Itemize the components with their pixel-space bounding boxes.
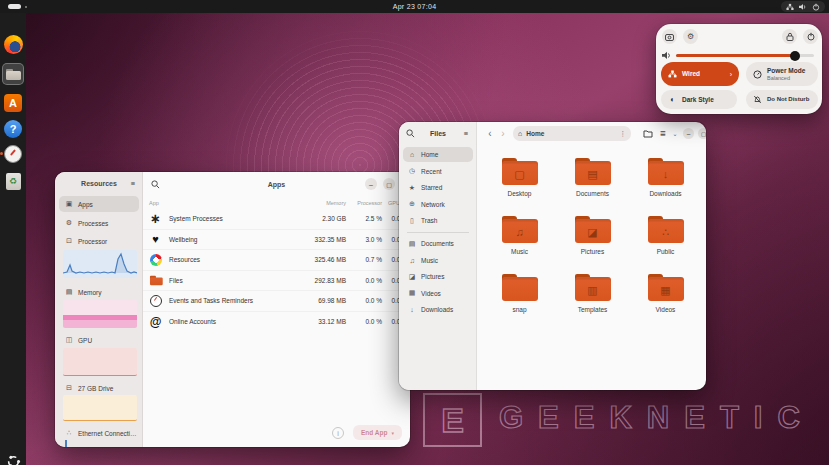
maximize-button[interactable]: ▢ bbox=[698, 128, 706, 139]
maximize-button[interactable]: ▢ bbox=[383, 178, 395, 190]
folder-desktop[interactable]: ▢ Desktop bbox=[483, 158, 556, 210]
sidebar-item-home[interactable]: ⌂ Home bbox=[403, 147, 473, 162]
menu-icon[interactable]: ≡ bbox=[127, 177, 139, 189]
sidebar-item-pictures[interactable]: ◪ Pictures bbox=[403, 269, 473, 284]
folder-pictures[interactable]: ◪ Pictures bbox=[556, 216, 629, 268]
info-icon[interactable]: i bbox=[332, 427, 344, 439]
star-icon: ★ bbox=[408, 184, 416, 192]
folder-documents[interactable]: ▤ Documents bbox=[556, 158, 629, 210]
col-memory[interactable]: Memory bbox=[284, 200, 346, 206]
public-share-emblem-icon: ∴ bbox=[648, 221, 684, 243]
back-icon[interactable]: ‹ bbox=[483, 126, 497, 141]
sidebar-item-gpu[interactable]: ◫ GPU bbox=[59, 332, 139, 348]
lock-icon[interactable] bbox=[782, 29, 797, 44]
folder-label: Desktop bbox=[508, 190, 532, 197]
view-options-chevron-icon[interactable]: ⌄ bbox=[669, 127, 681, 139]
chevron-down-icon: ▾ bbox=[391, 430, 394, 436]
sidebar-item-ethernet[interactable]: ∴ Ethernet Connecti… bbox=[59, 425, 139, 441]
sidebar-item-label: Memory bbox=[78, 289, 101, 296]
sidebar-item-trash[interactable]: ▯ Trash bbox=[403, 213, 473, 228]
forward-icon[interactable]: › bbox=[496, 126, 510, 141]
search-icon[interactable] bbox=[151, 180, 160, 189]
documents-icon: ▤ bbox=[408, 240, 416, 248]
music-icon: ♫ bbox=[408, 257, 416, 264]
table-row[interactable]: @ Online Accounts 33.12 MB 0.0 % 0.0 % bbox=[143, 312, 410, 333]
sidebar-item-recent[interactable]: ◷ Recent bbox=[403, 164, 473, 179]
folder-snap[interactable]: snap bbox=[483, 274, 556, 326]
sidebar-item-memory[interactable]: ▤ Memory bbox=[59, 284, 139, 300]
table-row[interactable]: ∗ System Processes 2.30 GB 2.5 % 0.0 % bbox=[143, 209, 410, 230]
minimize-button[interactable]: – bbox=[365, 178, 377, 190]
apps-icon: ▣ bbox=[65, 200, 73, 208]
dock-firefox-icon[interactable] bbox=[3, 34, 23, 54]
dark-style-toggle[interactable]: ◐ Dark Style bbox=[661, 90, 737, 109]
sidebar-item-processor[interactable]: ⊡ Processor bbox=[59, 233, 139, 249]
processor-value: 2.5 % bbox=[346, 215, 382, 222]
desktop-emblem-icon: ▢ bbox=[502, 163, 538, 185]
folder-music[interactable]: ♫ Music bbox=[483, 216, 556, 268]
memory-value: 332.35 MB bbox=[284, 236, 346, 243]
dock-trash-icon[interactable]: ♻ bbox=[3, 171, 23, 191]
memory-value: 292.83 MB bbox=[284, 277, 346, 284]
chevron-right-icon[interactable]: › bbox=[730, 71, 732, 78]
dock-files-icon[interactable] bbox=[3, 64, 23, 84]
table-row[interactable]: Resources 325.46 MB 0.7 % 0.0 % bbox=[143, 250, 410, 271]
col-processor[interactable]: Processor bbox=[346, 200, 382, 206]
speaker-icon bbox=[662, 51, 672, 60]
table-row[interactable]: Events and Tasks Reminders 69.98 MB 0.0 … bbox=[143, 291, 410, 312]
kebab-menu-icon[interactable]: ⋮ bbox=[620, 130, 627, 138]
dock-app-center-icon[interactable]: A bbox=[3, 93, 23, 113]
trash-icon: ▯ bbox=[408, 217, 416, 225]
resources-main-pane: Apps – ▢ App Memory Processor GPU ∗ Syst… bbox=[143, 172, 410, 447]
sidebar-item-videos[interactable]: ▦ Videos bbox=[403, 286, 473, 301]
new-folder-icon[interactable] bbox=[642, 127, 654, 139]
sidebar-item-music[interactable]: ♫ Music bbox=[403, 253, 473, 268]
table-row[interactable]: ♥ Wellbeing 332.35 MB 3.0 % 0.0 % bbox=[143, 230, 410, 251]
dock: A ? ♻ bbox=[0, 13, 26, 465]
sidebar-item-processes[interactable]: ⚙ Processes bbox=[59, 215, 139, 231]
power-mode-toggle[interactable]: Power Mode Balanced bbox=[746, 62, 818, 86]
sidebar-item-starred[interactable]: ★ Starred bbox=[403, 180, 473, 195]
folder-label: Music bbox=[511, 248, 528, 255]
clock[interactable]: Apr 23 07:04 bbox=[0, 0, 829, 13]
wired-label: Wired bbox=[682, 70, 700, 77]
documents-emblem-icon: ▤ bbox=[575, 163, 611, 185]
sidebar-item-downloads[interactable]: ↓ Downloads bbox=[403, 302, 473, 317]
sidebar-item-label: Trash bbox=[421, 217, 437, 224]
geeknetic-logo: E bbox=[423, 393, 482, 447]
col-app[interactable]: App bbox=[149, 200, 284, 206]
table-row[interactable]: Files 292.83 MB 0.0 % 0.0 % bbox=[143, 271, 410, 292]
screenshot-icon[interactable] bbox=[662, 29, 677, 44]
memory-icon: ▤ bbox=[65, 288, 73, 296]
do-not-disturb-toggle[interactable]: Do Not Disturb bbox=[746, 90, 818, 109]
dock-resources-icon[interactable] bbox=[3, 144, 23, 164]
app-name: System Processes bbox=[169, 215, 284, 222]
ubuntu-logo-icon[interactable] bbox=[3, 451, 23, 465]
system-tray[interactable] bbox=[781, 1, 825, 12]
power-mode-gauge-icon bbox=[753, 70, 762, 79]
dock-help-icon[interactable]: ? bbox=[3, 119, 23, 139]
resources-sidebar: Resources ≡ ▣ Apps ⚙ Processes ⊡ Process… bbox=[55, 172, 143, 447]
sidebar-item-apps[interactable]: ▣ Apps bbox=[59, 196, 139, 212]
view-list-icon[interactable]: ≣ bbox=[657, 127, 669, 139]
sidebar-item-drive[interactable]: ⊟ 27 GB Drive bbox=[59, 380, 139, 396]
settings-gear-icon[interactable]: ⚙ bbox=[683, 29, 698, 44]
sidebar-item-label: Recent bbox=[421, 168, 442, 175]
sidebar-item-label: Documents bbox=[421, 240, 454, 247]
folder-downloads[interactable]: ↓ Downloads bbox=[629, 158, 702, 210]
folder-public[interactable]: ∴ Public bbox=[629, 216, 702, 268]
drive-icon: ⊟ bbox=[65, 384, 73, 392]
processor-value: 0.7 % bbox=[346, 256, 382, 263]
sidebar-item-documents[interactable]: ▤ Documents bbox=[403, 236, 473, 251]
end-app-button[interactable]: End App ▾ bbox=[353, 425, 402, 440]
wired-toggle[interactable]: Wired › bbox=[661, 62, 739, 86]
minimize-button[interactable]: – bbox=[683, 128, 694, 139]
sidebar-item-network[interactable]: ⊕ Network bbox=[403, 197, 473, 212]
folder-templates[interactable]: ▥ Templates bbox=[556, 274, 629, 326]
end-app-label: End App bbox=[361, 429, 387, 436]
power-icon[interactable] bbox=[803, 29, 818, 44]
menu-icon[interactable]: ≡ bbox=[460, 127, 472, 139]
volume-knob[interactable] bbox=[790, 51, 800, 61]
path-bar[interactable]: ⌂ Home ⋮ bbox=[513, 126, 631, 141]
folder-videos[interactable]: ▦ Videos bbox=[629, 274, 702, 326]
